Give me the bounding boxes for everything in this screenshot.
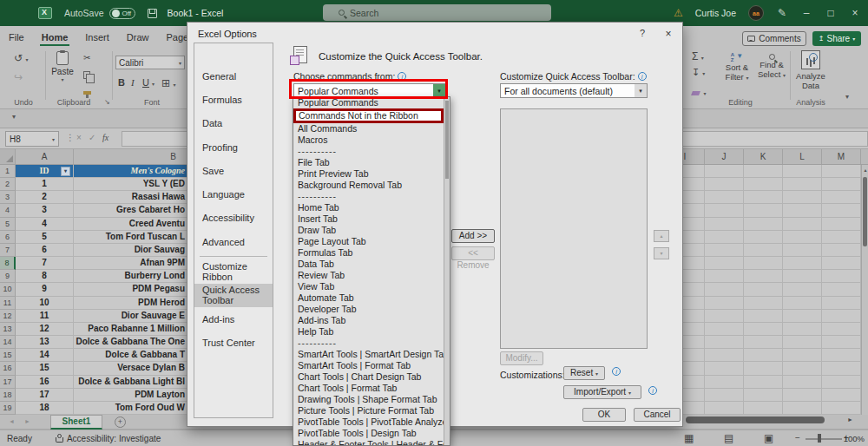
cell-id[interactable]: 9 [16,283,74,295]
minimize-button[interactable]: – [800,7,812,19]
cut-button[interactable]: ✂ [83,53,90,63]
dropdown-item[interactable]: Background Removal Tab [293,180,450,191]
cancel-entry-icon[interactable]: × [76,133,82,142]
sheet-nav-right-icon[interactable]: ► [24,418,30,424]
cell-id[interactable]: 18 [16,402,74,414]
table-name-header-cell[interactable]: Men's Cologne [74,165,187,177]
dialog-sidebar-item-formulas[interactable]: Formulas [194,88,273,111]
move-up-button[interactable]: ▴ [654,230,669,242]
row-header-10[interactable]: 10 [0,283,16,296]
cell[interactable] [705,231,744,243]
cell[interactable] [705,270,744,282]
cell[interactable] [783,402,822,414]
dropdown-item[interactable]: Page Layout Tab [293,236,450,247]
cell[interactable] [783,362,822,374]
dropdown-item[interactable]: Developer Tab [293,304,450,315]
cell[interactable] [822,376,861,388]
cell-name[interactable]: Tom Ford Oud W [74,402,187,414]
row-header-11[interactable]: 11 [0,297,16,310]
clipboard-dialog-launcher[interactable]: ↘ [104,98,110,106]
row-header-2[interactable]: 2 [0,178,16,191]
cell[interactable] [783,178,822,190]
cell[interactable] [783,204,822,216]
cell-id[interactable]: 4 [16,218,74,230]
dialog-close-button[interactable]: × [661,28,675,40]
col-header-a[interactable]: A [16,149,74,164]
share-button[interactable]: ↥ Share ▾ [812,31,861,46]
maximize-button[interactable]: □ [825,7,837,19]
user-name[interactable]: Curtis Joe [695,8,736,18]
dropdown-scrollbar[interactable] [444,97,450,445]
zoom-slider-track[interactable] [806,438,842,440]
cell[interactable] [783,389,822,401]
undo-button[interactable]: ↺ ▾ [14,53,28,65]
cell-name[interactable]: Paco Rabanne 1 Million [74,323,187,335]
dialog-sidebar-item-add-ins[interactable]: Add-ins [194,307,273,331]
cell[interactable] [705,310,744,322]
cell[interactable] [783,336,822,348]
dropdown-item[interactable]: ---------- [293,191,450,202]
select-all-corner[interactable] [0,149,16,164]
bold-button[interactable]: B [118,77,125,88]
page-break-view-icon[interactable]: ▣ [764,432,773,444]
cell-name[interactable]: PDM Layton [74,389,187,401]
clear-button[interactable]: ▾ [692,83,706,99]
cell[interactable] [744,191,783,203]
col-header-k[interactable]: K [744,149,783,164]
cell[interactable] [822,244,861,256]
row-header-13[interactable]: 13 [0,323,16,336]
dropdown-item[interactable]: Macros [293,134,450,146]
cell[interactable] [744,402,783,414]
scroll-up-icon[interactable]: ▴ [862,167,868,173]
customize-qat-combobox[interactable]: For all documents (default) ▾ [500,83,648,98]
info-icon[interactable] [648,386,657,395]
cell[interactable] [783,231,822,243]
cell-name[interactable]: Creed Aventu [74,218,187,230]
cell-name[interactable]: Burberry Lond [74,270,187,282]
cell-id[interactable]: 3 [16,204,74,216]
chevron-down-icon[interactable]: ▾ [152,81,155,87]
zoom-slider-thumb[interactable] [818,434,821,443]
dialog-sidebar-item-advanced[interactable]: Advanced [194,230,273,253]
tab-file[interactable]: File [0,29,33,48]
reset-button[interactable]: Reset ▾ [563,366,605,380]
cell[interactable] [822,178,861,190]
cell[interactable] [783,283,822,295]
scroll-right-icon[interactable]: ► [847,416,853,423]
cell[interactable] [705,244,744,256]
cell[interactable] [705,218,744,230]
zoom-level[interactable]: 100% [844,434,865,443]
cell[interactable] [744,283,783,295]
copy-button[interactable] [83,67,90,82]
dropdown-item[interactable]: Draw Tab [293,225,450,236]
cell[interactable] [822,270,861,282]
cell[interactable] [783,376,822,388]
dropdown-item[interactable]: Automate Tab [293,292,450,304]
row-header-16[interactable]: 16 [0,362,16,375]
dialog-sidebar-item-general[interactable]: General [194,64,273,88]
tab-home[interactable]: Home [33,29,77,48]
sheet-tab[interactable]: Sheet1 [50,415,102,430]
cell-id[interactable]: 8 [16,270,74,282]
dialog-sidebar-item-data[interactable]: Data [194,112,273,135]
cell[interactable] [822,389,861,401]
dialog-sidebar-item-customize-ribbon[interactable]: Customize Ribbon [194,259,273,283]
cell[interactable] [705,178,744,190]
cell[interactable] [705,376,744,388]
dialog-sidebar-item-trust-center[interactable]: Trust Center [194,331,273,354]
cell[interactable] [744,310,783,322]
cell-name[interactable]: Dolce & Gabbana The One [74,336,187,348]
dropdown-item[interactable]: Formulas Tab [293,247,450,259]
info-icon[interactable] [638,72,647,81]
cell[interactable] [705,362,744,374]
col-header-m[interactable]: M [822,149,861,164]
autosave-toggle[interactable]: Off [109,8,135,19]
collapse-ribbon-chevron-icon[interactable]: ▾ [845,93,849,101]
enter-entry-icon[interactable]: ✓ [89,133,95,142]
cell-name[interactable]: Dior Sauvage E [74,310,187,322]
cell-name[interactable]: Rasasi Hawa [74,191,187,203]
cell[interactable] [744,244,783,256]
dropdown-item[interactable]: Home Tab [293,202,450,213]
row-header-14[interactable]: 14 [0,336,16,349]
dialog-sidebar-item-quick-access-toolbar[interactable]: Quick Access Toolbar [194,284,273,307]
